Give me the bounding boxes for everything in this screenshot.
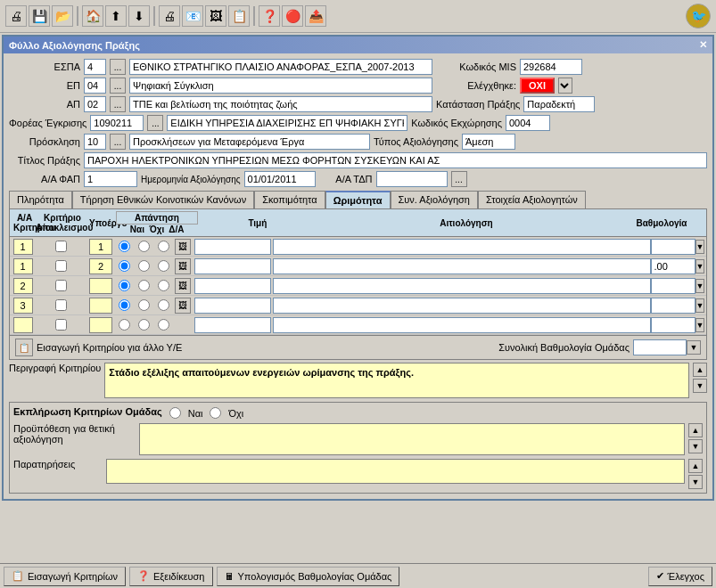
toolbar-btn-help[interactable]: ❓ — [259, 5, 280, 27]
proypothesi-scroll-up[interactable]: ▲ — [688, 423, 703, 437]
ep-pick-btn[interactable]: ... — [110, 78, 126, 94]
total-score-scroll-btn[interactable]: ▼ — [687, 340, 701, 355]
typos-input[interactable] — [462, 134, 515, 150]
row3-img-btn[interactable]: 🖼 — [175, 278, 191, 294]
ap-text-input[interactable] — [129, 96, 432, 112]
ekpl-oxi-radio[interactable] — [210, 407, 221, 419]
ep-text-input[interactable] — [129, 78, 432, 94]
row3-aitiol-input[interactable] — [273, 278, 651, 294]
row1-bathm-input[interactable] — [651, 239, 695, 255]
katastasi-input[interactable] — [523, 96, 595, 112]
toolbar-btn-print[interactable]: 🖨 — [159, 5, 180, 27]
hmer-input[interactable] — [244, 171, 316, 187]
foreas-pick-btn[interactable]: ... — [147, 115, 163, 131]
tab-plirotita[interactable]: Πληρότητα — [9, 191, 72, 208]
espa-pick-btn[interactable]: ... — [110, 59, 126, 75]
kodikos-mis-input[interactable] — [520, 59, 582, 75]
row2-timh-input[interactable] — [194, 258, 271, 274]
row2-apokl-check[interactable] — [55, 260, 67, 272]
toolbar-btn-clip[interactable]: 📋 — [228, 5, 250, 27]
toolbar-btn-2[interactable]: 💾 — [29, 5, 50, 27]
row5-aitiol-input[interactable] — [273, 317, 651, 333]
toolbar-btn-email[interactable]: 📧 — [182, 5, 203, 27]
toolbar-btn-img[interactable]: 🖼 — [205, 5, 226, 27]
paratiriseis-scroll-down[interactable]: ▼ — [688, 475, 703, 489]
row2-nai-radio[interactable] — [119, 260, 130, 272]
row4-apokl-check[interactable] — [55, 299, 67, 311]
row3-apokl-check[interactable] — [55, 280, 67, 291]
row4-bathm-input[interactable] — [651, 298, 695, 314]
tdp-pick-btn[interactable]: ... — [451, 171, 467, 187]
titlos-input[interactable] — [84, 152, 707, 168]
row3-nai-radio[interactable] — [119, 280, 130, 291]
row3-aa-input[interactable] — [13, 278, 33, 294]
toolbar-btn-red[interactable]: 🔴 — [282, 5, 303, 27]
tab-skopimotita[interactable]: Σκοπιμότητα — [254, 191, 325, 208]
row2-yperg-input[interactable] — [89, 258, 112, 274]
row4-img-btn[interactable]: 🖼 — [175, 298, 191, 314]
perigrafi-scroll-down[interactable]: ▼ — [693, 379, 707, 393]
row4-scroll-btn[interactable]: ▼ — [695, 298, 705, 313]
row4-oxi-radio[interactable] — [138, 299, 150, 311]
row5-bathm-input[interactable] — [651, 317, 695, 333]
row3-oxi-radio[interactable] — [138, 280, 150, 291]
row3-timh-input[interactable] — [194, 278, 271, 294]
row4-dna-radio[interactable] — [158, 299, 169, 311]
toolbar-btn-down[interactable]: ⬇ — [128, 5, 150, 27]
row1-nai-radio[interactable] — [119, 241, 130, 252]
help-btn[interactable]: ❓ Εξειδίκευση — [129, 567, 213, 586]
oxi-button[interactable]: ΟΧΙ — [520, 78, 555, 94]
espa-code-input[interactable] — [84, 59, 106, 75]
toolbar-btn-up[interactable]: ⬆ — [105, 5, 127, 27]
elegxthike-select[interactable] — [558, 78, 572, 94]
row1-dna-radio[interactable] — [158, 241, 169, 252]
row2-aitiol-input[interactable] — [273, 258, 651, 274]
ep-code-input[interactable] — [84, 78, 106, 94]
perigrafi-scroll-up[interactable]: ▲ — [693, 363, 707, 377]
row1-img-btn[interactable]: 🖼 — [175, 239, 191, 255]
row5-aa-input[interactable] — [13, 317, 33, 333]
toolbar-btn-1[interactable]: 🖨 — [5, 5, 27, 27]
row5-yperg-input[interactable] — [89, 317, 112, 333]
toolbar-btn-3[interactable]: 📂 — [52, 5, 73, 27]
aa-tdp-input[interactable] — [376, 171, 448, 187]
toolbar-btn-export[interactable]: 📤 — [305, 5, 326, 27]
proskl-code-input[interactable] — [84, 134, 106, 150]
row1-aitiol-input[interactable] — [273, 239, 651, 255]
ekpl-nai-radio[interactable] — [169, 407, 181, 419]
insert-criteria-icon-btn[interactable]: 📋 — [15, 339, 33, 356]
row1-timh-input[interactable] — [194, 239, 271, 255]
row3-yperg-input[interactable] — [89, 278, 112, 294]
row1-yperg-input[interactable] — [89, 239, 112, 255]
row3-scroll-btn[interactable]: ▼ — [695, 279, 705, 293]
row5-scroll-btn[interactable]: ▼ — [695, 318, 705, 332]
ap-pick-btn[interactable]: ... — [110, 96, 126, 112]
row2-aa-input[interactable] — [13, 258, 33, 274]
tab-thirisi[interactable]: Τήρηση Εθνικών Κοινοτικών Κανόνων — [72, 191, 254, 208]
row2-dna-radio[interactable] — [158, 260, 169, 272]
paratiriseis-scroll-up[interactable]: ▲ — [688, 459, 703, 473]
row4-aa-input[interactable] — [13, 298, 33, 314]
proskl-pick-btn[interactable]: ... — [110, 134, 126, 150]
paratiriseis-textarea[interactable] — [106, 459, 685, 484]
total-score-input[interactable] — [633, 339, 687, 355]
espa-text-input[interactable] — [129, 59, 432, 75]
row5-oxi-radio[interactable] — [138, 319, 150, 331]
check-btn[interactable]: ✔ Έλεγχος — [648, 567, 712, 586]
toolbar-btn-special[interactable]: 🐦 — [686, 4, 711, 29]
row1-scroll-btn[interactable]: ▼ — [695, 240, 705, 254]
calc-btn[interactable]: 🖩 Υπολογισμός Βαθμολογίας Ομάδας — [217, 567, 400, 586]
tab-orimotita[interactable]: Ωριμότητα — [325, 191, 391, 208]
row2-img-btn[interactable]: 🖼 — [175, 258, 191, 274]
proskl-text-input[interactable] — [129, 134, 370, 150]
row4-yperg-input[interactable] — [89, 298, 112, 314]
row4-aitiol-input[interactable] — [273, 298, 651, 314]
proypothesi-textarea[interactable] — [139, 423, 685, 455]
tab-syn-axiologisi[interactable]: Συν. Αξιολόγηση — [391, 191, 478, 208]
proypothesi-scroll-down[interactable]: ▼ — [688, 439, 703, 453]
row5-dna-radio[interactable] — [158, 319, 169, 331]
row2-oxi-radio[interactable] — [138, 260, 150, 272]
foreas-text-input[interactable] — [167, 115, 407, 131]
row1-aa-input[interactable] — [13, 239, 33, 255]
toolbar-btn-home[interactable]: 🏠 — [82, 5, 103, 27]
